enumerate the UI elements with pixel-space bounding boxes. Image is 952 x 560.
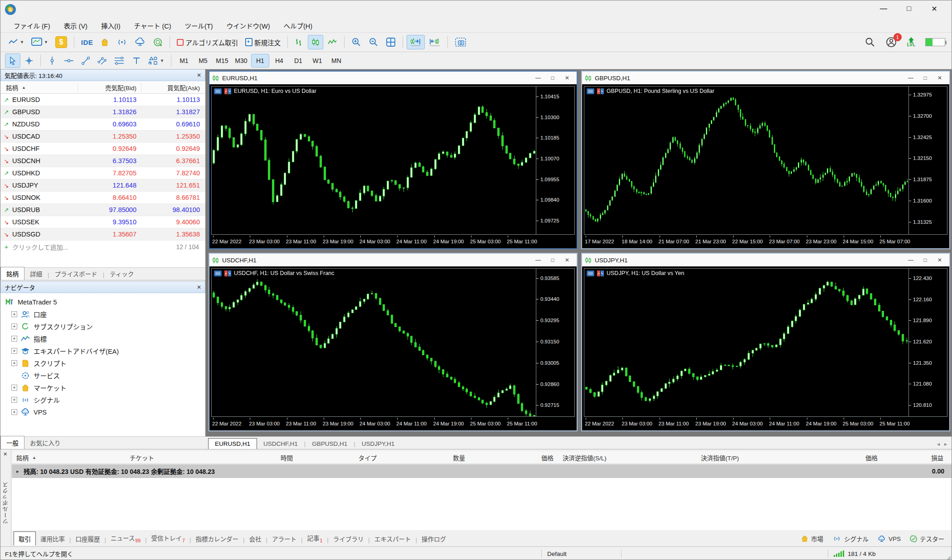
bar-chart-mode-button[interactable] — [291, 35, 307, 49]
table-row[interactable]: ↗EURUSD1.101131.10113 — [0, 94, 205, 106]
chart-style-dropdown[interactable]: ▼ — [5, 35, 27, 49]
algo-trading-button[interactable]: アルゴリズム取引 — [174, 35, 241, 49]
tab-calendar[interactable]: 指標カレンダー — [191, 532, 243, 546]
menu-file[interactable]: ファイル (F) — [7, 19, 57, 32]
timeframe-mn[interactable]: MN — [327, 54, 345, 68]
expand-icon[interactable]: + — [11, 336, 17, 342]
chart-tab-usdchf[interactable]: USDCHF,H1 — [257, 439, 304, 449]
vps-shortcut[interactable]: VPS — [878, 536, 901, 542]
chart-plot-area[interactable]: EURUSD, H1: Euro vs US Dollar — [212, 87, 536, 234]
chart-window-titlebar[interactable]: USDCHF,H1 — □ ✕ — [209, 254, 577, 266]
table-row[interactable]: ↗USDHKD7.827057.82740 — [0, 167, 205, 179]
tree-item-scripts[interactable]: + スクリプト — [5, 357, 205, 369]
expand-icon[interactable]: + — [11, 397, 17, 403]
chart-window-usdchf[interactable]: USDCHF,H1 — □ ✕ USDCHF, H1: US Dollar vs… — [209, 253, 578, 431]
price-axis[interactable]: 1.104151.103001.101851.100701.099551.098… — [536, 87, 574, 234]
signals-button[interactable] — [113, 35, 131, 49]
table-row[interactable]: ↘USDCHF0.926490.92649 — [0, 143, 205, 155]
resize-grip[interactable] — [942, 547, 952, 560]
chart-body[interactable]: EURUSD, H1: Euro vs US Dollar 1.104151.1… — [209, 84, 577, 248]
crosshair-tool-button[interactable] — [21, 53, 37, 68]
time-axis[interactable]: 22 Mar 202223 Mar 03:0023 Mar 11:0023 Ma… — [584, 418, 947, 430]
market-watch-column-headers[interactable]: 銘柄▲ 売気配(Bid) 買気配(Ask) — [0, 81, 205, 94]
chart-maximize-button[interactable]: □ — [918, 73, 932, 83]
time-axis[interactable]: 22 Mar 202223 Mar 03:0023 Mar 11:0023 Ma… — [211, 418, 575, 430]
tree-item-indicators[interactable]: + 指標 — [5, 333, 205, 345]
timeframe-m30[interactable]: M30 — [232, 54, 250, 68]
timeframe-m5[interactable]: M5 — [194, 54, 212, 68]
expand-icon[interactable]: + — [11, 323, 17, 329]
market-watch-header[interactable]: 気配値表示: 13:16:40 ✕ — [0, 69, 205, 81]
shift-end-button[interactable] — [407, 35, 425, 49]
table-row[interactable]: ↘USDCNH6.375036.37661 — [0, 155, 205, 167]
timeframe-m15[interactable]: M15 — [213, 54, 231, 68]
notifications-button[interactable]: 1 — [885, 36, 897, 48]
tab-experts[interactable]: エキスパート — [370, 532, 416, 546]
chart-close-button[interactable]: ✕ — [933, 73, 947, 83]
tree-item-expert-advisors[interactable]: + エキスパートアドバイザ(EA) — [5, 345, 205, 357]
chart-window-gbpusd[interactable]: GBPUSD,H1 — □ ✕ GBPUSD, H1: Pound Sterli… — [581, 71, 950, 249]
shift-begin-button[interactable] — [426, 35, 444, 49]
screenshot-button[interactable] — [452, 35, 470, 49]
tab-scroll-left-icon[interactable]: ◂ — [937, 441, 940, 447]
candlestick-mode-button[interactable] — [308, 35, 323, 49]
new-order-button[interactable]: 新規注文 — [242, 35, 284, 49]
expand-icon[interactable]: + — [11, 311, 17, 317]
menu-help[interactable]: ヘルプ(H) — [277, 19, 319, 32]
tab-journal[interactable]: 操作ログ — [417, 532, 451, 546]
tab-mailbox[interactable]: 受信トレイ7 — [147, 531, 189, 546]
tab-common[interactable]: 一般 — [0, 436, 24, 449]
tab-articles[interactable]: 記事1 — [302, 531, 327, 546]
search-icon[interactable] — [865, 37, 875, 48]
toolbox-column-headers[interactable]: 銘柄▲ チケット 時間 タイプ 数量 価格 決済逆指値(S/L) 決済指値(T/… — [12, 451, 952, 464]
text-tool-button[interactable] — [129, 53, 144, 68]
expand-icon[interactable]: + — [11, 385, 17, 391]
table-row[interactable]: ↘USDSGD1.356071.35638 — [0, 228, 205, 241]
table-row[interactable]: ↘USDCAD1.253501.25350 — [0, 130, 205, 143]
collapse-arrow-icon[interactable]: ▸ — [12, 468, 24, 474]
tree-item-market[interactable]: + マーケット — [5, 381, 205, 394]
expand-icon[interactable]: + — [11, 409, 17, 415]
price-axis[interactable]: 0.935850.934400.932950.931500.930050.928… — [536, 269, 574, 416]
tab-library[interactable]: ライブラリ — [329, 532, 369, 546]
chart-plot-area[interactable]: USDCHF, H1: US Dollar vs Swiss Franc — [212, 269, 536, 416]
tab-favorites[interactable]: お気に入り — [24, 436, 66, 449]
chart-tab-usdjpy[interactable]: USDJPY,H1 — [355, 439, 401, 449]
balance-row[interactable]: ▸ 残高: 10 048.23 USD 有効証拠金: 10 048.23 余剰証… — [12, 464, 952, 478]
tree-item-subscriptions[interactable]: + サブスクリプション — [5, 320, 205, 333]
tab-scroll-right-icon[interactable]: ▸ — [944, 441, 947, 447]
tab-priceboard[interactable]: プライスボード — [49, 267, 103, 280]
status-connection[interactable]: 181 / 4 Kb — [828, 550, 942, 557]
cursor-tool-button[interactable] — [5, 53, 20, 68]
price-axis[interactable]: 1.329751.327001.324251.321501.318751.316… — [909, 87, 947, 234]
tree-item-accounts[interactable]: + 口座 — [5, 308, 205, 320]
menu-chart[interactable]: チャート (C) — [127, 19, 178, 32]
tab-ticks[interactable]: ティック — [104, 267, 139, 280]
tree-item-signals[interactable]: + シグナル — [5, 394, 205, 406]
expand-icon[interactable]: + — [11, 360, 17, 366]
signals-shortcut[interactable]: シグナル — [832, 534, 869, 543]
tab-exposure[interactable]: 運用比率 — [36, 532, 69, 546]
chart-plot-area[interactable]: GBPUSD, H1: Pound Sterling vs US Dollar — [584, 87, 909, 234]
chart-close-button[interactable]: ✕ — [560, 73, 574, 83]
navigator-close-icon[interactable]: ✕ — [197, 284, 201, 290]
chart-close-button[interactable]: ✕ — [560, 255, 574, 265]
chart-minimize-button[interactable]: — — [904, 255, 918, 265]
level-icon[interactable]: LVL — [907, 37, 915, 47]
chart-minimize-button[interactable]: — — [904, 73, 918, 83]
table-row[interactable]: ↘USDJPY121.648121.651 — [0, 179, 205, 192]
channel-tool-button[interactable] — [94, 53, 110, 68]
chart-minimize-button[interactable]: — — [531, 73, 545, 83]
chart-window-titlebar[interactable]: EURUSD,H1 — □ ✕ — [209, 72, 577, 84]
tree-root-metatrader5[interactable]: MetaTrader 5 — [5, 296, 205, 308]
chart-maximize-button[interactable]: □ — [546, 73, 559, 83]
chart-tab-gbpusd[interactable]: GBPUSD,H1 — [306, 439, 354, 449]
menu-view[interactable]: 表示 (V) — [57, 19, 94, 32]
chart-tab-eurusd[interactable]: EURUSD,H1 — [208, 438, 257, 449]
table-row[interactable]: ↘USDSEK9.395109.40060 — [0, 216, 205, 228]
timeframe-m1[interactable]: M1 — [175, 54, 193, 68]
ide-button[interactable]: IDE — [78, 35, 97, 49]
status-profile[interactable]: Default — [542, 550, 621, 557]
menu-insert[interactable]: 挿入(I) — [94, 19, 127, 32]
toolbox-close-icon[interactable]: ✕ — [3, 451, 7, 457]
